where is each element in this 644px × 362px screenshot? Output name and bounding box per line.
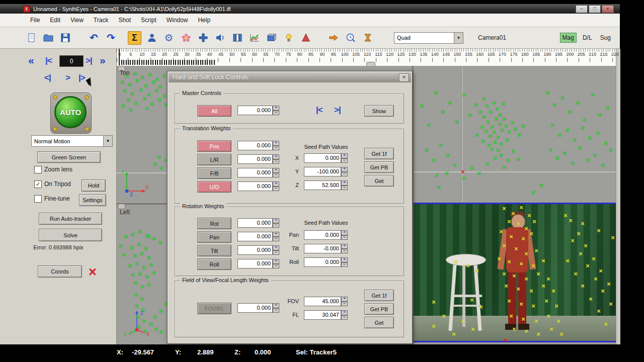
tracker-marker-green[interactable]: × [453, 162, 457, 168]
tracker-marker-yellow[interactable]: × [554, 303, 558, 309]
tracker-marker-green[interactable]: × [598, 112, 602, 118]
tracker-marker-green[interactable]: × [468, 112, 472, 118]
next-key-button[interactable]: >| [86, 56, 92, 66]
fine-tune-checkbox[interactable] [34, 195, 42, 203]
fast-forward-button[interactable]: » [100, 54, 105, 66]
tracker-marker-green[interactable]: × [573, 137, 577, 143]
tracker-marker-yellow[interactable]: × [521, 316, 525, 322]
tracker-marker-green[interactable]: × [425, 147, 429, 153]
tracker-marker-red[interactable]: × [503, 337, 507, 343]
tracker-marker-green[interactable]: × [149, 261, 153, 268]
dialog-next-key-button[interactable]: >| [334, 105, 341, 115]
tracker-marker-green[interactable]: × [147, 282, 151, 288]
tracker-marker-green[interactable]: × [145, 274, 149, 280]
tracker-marker-green[interactable]: × [435, 172, 439, 178]
tracker-marker-green[interactable]: × [141, 307, 145, 313]
tracker-marker-green[interactable]: × [149, 321, 153, 327]
tracker-marker-green[interactable]: × [568, 109, 572, 115]
spin-down-button[interactable]: − [341, 315, 348, 320]
tracker-marker-green[interactable]: × [130, 244, 134, 251]
u-d-weight-button[interactable]: U/D [197, 181, 231, 193]
pan-weight-button[interactable]: Pan [197, 231, 231, 243]
tracker-marker-green[interactable]: × [154, 87, 158, 94]
tracker-marker-yellow[interactable]: × [514, 245, 518, 252]
tracker-marker-yellow[interactable]: × [581, 283, 585, 289]
get-button[interactable]: Get [364, 317, 394, 328]
tracker-marker-yellow[interactable]: × [432, 299, 436, 305]
tracker-marker-yellow[interactable]: × [479, 304, 483, 310]
tracker-marker-green[interactable]: × [482, 114, 486, 120]
tracker-marker-green[interactable]: × [591, 92, 595, 98]
value-field[interactable]: 0.000 [237, 218, 273, 228]
prev-frame-button[interactable]: <| [44, 73, 51, 83]
get-1f-button[interactable]: Get 1f [364, 148, 394, 159]
tracker-marker-yellow[interactable]: × [507, 258, 511, 265]
new-file-icon[interactable] [24, 31, 38, 45]
menu-edit[interactable]: Edit [45, 15, 65, 26]
tracker-marker-green[interactable]: × [138, 270, 142, 277]
spin-down-button[interactable]: − [273, 223, 279, 228]
tracker-marker-green[interactable]: × [562, 150, 567, 156]
graph-icon[interactable] [248, 31, 261, 45]
tracker-marker-yellow[interactable]: × [471, 326, 475, 332]
tracker-marker-green[interactable]: × [121, 103, 125, 109]
tracker-marker-green[interactable]: × [138, 228, 142, 235]
tracker-marker-yellow[interactable]: × [531, 303, 535, 309]
tracker-marker-yellow[interactable]: × [527, 212, 531, 219]
tracker-marker-green[interactable]: × [462, 175, 466, 182]
tracker-marker-green[interactable]: × [507, 129, 511, 135]
tracker-marker-green[interactable]: × [517, 132, 521, 138]
viewport-scrollbar[interactable] [616, 49, 620, 344]
tracker-marker-yellow[interactable]: × [536, 331, 540, 337]
tracker-marker-green[interactable]: × [128, 81, 132, 88]
tracker-marker-yellow[interactable]: × [584, 242, 588, 249]
sigma-summary-icon[interactable]: Σ [128, 31, 141, 45]
tracker-marker-green[interactable]: × [446, 152, 450, 158]
tracker-marker-yellow[interactable]: × [599, 267, 603, 274]
tracker-marker-green[interactable]: × [506, 157, 510, 163]
spin-down-button[interactable]: − [341, 158, 348, 163]
tracker-marker-green[interactable]: × [490, 146, 494, 152]
tracker-marker-green[interactable]: × [157, 154, 161, 160]
view-mode-dropdown[interactable]: Quad ▼ [394, 32, 463, 44]
tracker-marker-yellow[interactable]: × [509, 233, 513, 240]
tracker-marker-green[interactable]: × [124, 233, 128, 240]
tracker-marker-yellow[interactable]: × [581, 220, 585, 227]
sug-toggle[interactable]: Sug [598, 33, 613, 42]
flower-icon[interactable] [179, 31, 193, 45]
dialog-prev-key-button[interactable]: |< [316, 105, 323, 115]
spin-down-button[interactable]: − [341, 262, 348, 267]
tracker-marker-yellow[interactable]: × [531, 262, 535, 269]
save-icon[interactable] [58, 31, 72, 45]
tracker-marker-green[interactable]: × [140, 250, 144, 257]
spin-down-button[interactable]: − [341, 235, 348, 240]
tracker-marker-green[interactable]: × [448, 100, 452, 106]
tracker-marker-yellow[interactable]: × [541, 257, 545, 264]
tracker-marker-green[interactable]: × [571, 160, 575, 166]
tracker-marker-green[interactable]: × [142, 264, 146, 271]
tracker-marker-green[interactable]: × [434, 89, 438, 96]
get-button[interactable]: Get [364, 175, 394, 187]
tracker-marker-yellow[interactable]: × [604, 321, 608, 327]
tracker-marker-green[interactable]: × [501, 101, 505, 107]
tracker-marker-green[interactable]: × [502, 164, 506, 170]
tracker-marker-green[interactable]: × [480, 124, 484, 130]
speaker-icon[interactable] [213, 31, 227, 45]
tracker-marker-yellow[interactable]: × [566, 257, 570, 264]
menu-track[interactable]: Track [89, 15, 114, 26]
tracker-marker-green[interactable]: × [126, 97, 130, 103]
motion-mode-dropdown[interactable]: Normal Motion ▼ [31, 135, 113, 147]
tracker-marker-green[interactable]: × [133, 252, 137, 259]
tracker-marker-yellow[interactable]: × [544, 298, 548, 304]
run-autotracker-button[interactable]: Run Auto-tracker [39, 213, 102, 225]
tracker-marker-green[interactable]: × [475, 132, 479, 138]
tracker-marker-green[interactable]: × [158, 239, 162, 246]
tracker-marker-green[interactable]: × [157, 97, 162, 103]
tracker-marker-yellow[interactable]: × [586, 262, 590, 269]
settings-gear-icon[interactable]: ⚙ [162, 31, 176, 45]
tracker-marker-green[interactable]: × [604, 140, 608, 146]
tracker-marker-green[interactable]: × [441, 109, 445, 115]
tracker-marker-green[interactable]: × [143, 328, 147, 334]
tracker-marker-green[interactable]: × [481, 138, 485, 144]
prev-key-button[interactable]: |< [45, 56, 52, 66]
